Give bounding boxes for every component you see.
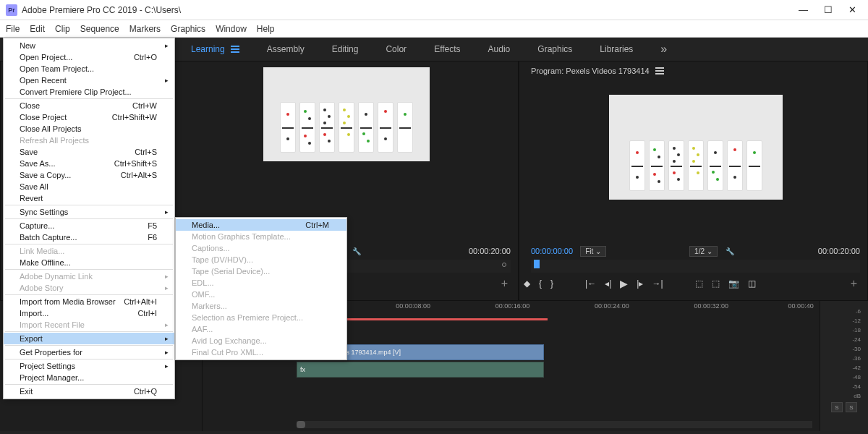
menu-item-new[interactable]: New▸ [4, 40, 174, 51]
marker-icon[interactable]: ◆ [524, 278, 530, 289]
workspace-editing[interactable]: Editing [322, 40, 369, 59]
menu-item-batch-capture[interactable]: Batch Capture...F6 [4, 231, 174, 243]
workspace-graphics[interactable]: Graphics [527, 40, 582, 59]
in-point-icon[interactable]: { [539, 278, 542, 289]
submenu-arrow-icon: ▸ [165, 42, 169, 49]
menu-edit[interactable]: Edit [30, 24, 45, 34]
submenu-arrow-icon: ▸ [165, 349, 169, 356]
window-title: Adobe Premiere Pro CC 2019 - C:\Users\ [22, 5, 181, 15]
workspace-color[interactable]: Color [375, 40, 417, 59]
menu-item-open-recent[interactable]: Open Recent▸ [4, 75, 174, 86]
meter-tick: -18 [852, 327, 861, 333]
menu-item-save[interactable]: SaveCtrl+S [4, 146, 174, 158]
menu-item-open-team-project[interactable]: Open Team Project... [4, 63, 174, 75]
program-add-button[interactable]: + [851, 277, 867, 290]
export-submenu: Media...Ctrl+MMotion Graphics Template..… [175, 217, 347, 360]
menu-sequence[interactable]: Sequence [80, 24, 119, 34]
submenu-arrow-icon: ▸ [165, 284, 169, 292]
program-panel-menu-icon[interactable] [655, 70, 664, 72]
menu-item-save-all[interactable]: Save All [4, 181, 174, 192]
submenu-arrow-icon: ▸ [165, 321, 169, 328]
program-monitor: Program: Pexels Videos 1793414 00:00:00:… [519, 61, 868, 301]
play-button[interactable]: ▶ [620, 278, 628, 289]
menu-file[interactable]: File [6, 24, 20, 34]
submenu-item-avid-log-exchange: Avid Log Exchange... [176, 335, 346, 346]
menu-item-save-as[interactable]: Save As...Ctrl+Shift+S [4, 158, 174, 169]
menu-item-close[interactable]: CloseCtrl+W [4, 100, 174, 111]
audio-track[interactable]: fx [297, 362, 812, 378]
submenu-item-media[interactable]: Media...Ctrl+M [176, 219, 346, 231]
menu-item-import-recent-file: Import Recent File▸ [4, 319, 174, 331]
submenu-item-motion-graphics-template: Motion Graphics Template... [176, 231, 346, 242]
menu-item-sync-settings[interactable]: Sync Settings▸ [4, 206, 174, 218]
solo-left-button[interactable]: S [831, 402, 843, 412]
workspace-effects[interactable]: Effects [424, 40, 470, 59]
source-add-button[interactable]: + [501, 277, 518, 290]
menu-item-import-from-media-browser[interactable]: Import from Media BrowserCtrl+Alt+I [4, 296, 174, 307]
program-timecode-in[interactable]: 00:00:00:00 [531, 247, 573, 255]
export-frame-icon[interactable]: 📷 [728, 278, 739, 289]
menu-item-convert-premiere-clip-project[interactable]: Convert Premiere Clip Project... [4, 86, 174, 98]
menu-graphics[interactable]: Graphics [171, 24, 205, 34]
menu-item-adobe-dynamic-link: Adobe Dynamic Link▸ [4, 271, 174, 282]
menu-item-adobe-story: Adobe Story▸ [4, 282, 174, 294]
menu-item-exit[interactable]: ExitCtrl+Q [4, 386, 174, 397]
menu-item-project-settings[interactable]: Project Settings▸ [4, 360, 174, 372]
meter-tick: -30 [852, 346, 861, 352]
meter-tick: -54 [852, 383, 861, 390]
menu-markers[interactable]: Markers [129, 24, 161, 34]
goto-out-icon[interactable]: →| [652, 278, 663, 289]
time-tick: 00:00:16:00 [495, 302, 530, 310]
time-tick: 00:00:08:00 [396, 302, 430, 310]
submenu-item-omf: OMF... [176, 289, 346, 300]
program-settings-icon[interactable]: 🔧 [725, 246, 735, 256]
program-timecode-out: 00:00:20:00 [818, 247, 860, 255]
video-track[interactable]: fxPexels Videos 1793414.mp4 [V] [297, 344, 812, 360]
program-transport: ◆ { } |← ◂| ▶ |▸ →| ⬚ ⬚ 📷 ◫ + [524, 273, 867, 294]
menu-help[interactable]: Help [257, 24, 275, 34]
menu-item-revert[interactable]: Revert [4, 192, 174, 204]
comparison-icon[interactable]: ◫ [748, 278, 756, 289]
program-preview[interactable] [609, 95, 783, 200]
menu-item-refresh-all-projects: Refresh All Projects [4, 135, 174, 146]
menu-item-capture[interactable]: Capture...F5 [4, 220, 174, 231]
source-preview[interactable] [263, 67, 430, 161]
lift-icon[interactable]: ⬚ [695, 278, 703, 289]
program-zoom-select[interactable]: 1/2 ⌄ [689, 246, 718, 257]
timeline-scrollbar[interactable] [297, 421, 812, 428]
program-scrubber[interactable] [531, 260, 860, 273]
menu-item-get-properties-for[interactable]: Get Properties for▸ [4, 346, 174, 358]
source-timecode-out: 00:00:20:00 [469, 247, 511, 255]
workspace-audio[interactable]: Audio [478, 40, 521, 59]
workspace-learning[interactable]: Learning [181, 40, 250, 59]
maximize-button[interactable]: ☐ [824, 4, 833, 15]
menu-clip[interactable]: Clip [55, 24, 70, 34]
source-settings-icon[interactable]: 🔧 [352, 246, 362, 256]
menu-item-project-manager[interactable]: Project Manager... [4, 372, 174, 383]
menu-item-save-a-copy[interactable]: Save a Copy...Ctrl+Alt+S [4, 169, 174, 181]
close-button[interactable]: ✕ [848, 4, 856, 15]
menu-item-open-project[interactable]: Open Project...Ctrl+O [4, 51, 174, 63]
workspace-overflow[interactable]: » [650, 38, 677, 60]
workspace-assembly[interactable]: Assembly [257, 40, 315, 59]
goto-in-icon[interactable]: |← [585, 278, 596, 289]
menu-item-make-offline[interactable]: Make Offline... [4, 257, 174, 268]
extract-icon[interactable]: ⬚ [712, 278, 720, 289]
workspace-options-icon[interactable] [231, 48, 239, 50]
step-back-icon[interactable]: ◂| [605, 278, 611, 289]
out-point-icon[interactable]: } [550, 278, 553, 289]
workspace-libraries[interactable]: Libraries [590, 40, 643, 59]
menu-item-close-project[interactable]: Close ProjectCtrl+Shift+W [4, 111, 174, 123]
step-fwd-icon[interactable]: |▸ [637, 278, 643, 289]
submenu-item-markers: Markers... [176, 300, 346, 312]
fx-badge-icon: fx [300, 366, 305, 373]
minimize-button[interactable]: — [799, 4, 808, 15]
program-fit-select[interactable]: Fit ⌄ [580, 246, 606, 257]
menu-item-export[interactable]: Export▸ [4, 333, 174, 344]
menu-item-import[interactable]: Import...Ctrl+I [4, 307, 174, 319]
solo-right-button[interactable]: S [846, 402, 857, 412]
menu-item-close-all-projects[interactable]: Close All Projects [4, 123, 174, 135]
menu-window[interactable]: Window [216, 24, 247, 34]
audio-clip[interactable]: fx [297, 362, 544, 378]
submenu-arrow-icon: ▸ [165, 77, 169, 84]
